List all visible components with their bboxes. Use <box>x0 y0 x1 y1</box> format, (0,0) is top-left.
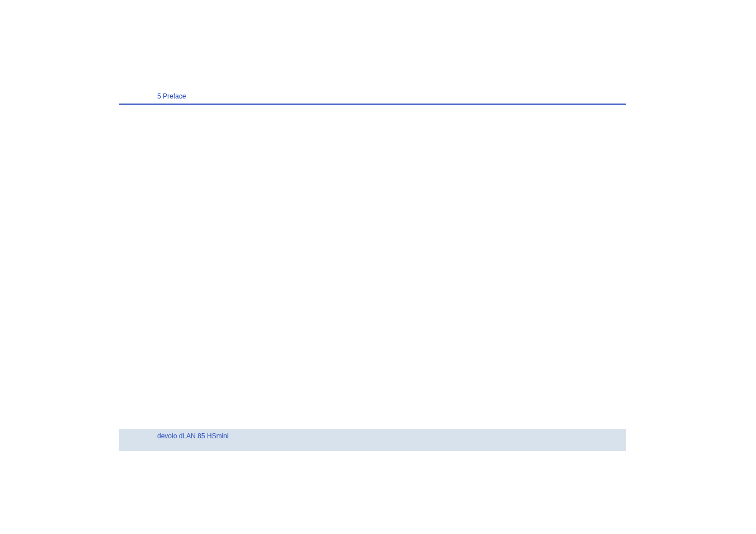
header-divider <box>119 104 626 105</box>
page-footer: devolo dLAN 85 HSmini <box>119 429 626 451</box>
page-header: 5 Preface <box>119 92 626 105</box>
section-title: Preface <box>163 92 186 100</box>
header-label: 5 Preface <box>119 92 626 104</box>
page-number: 5 <box>157 92 161 100</box>
footer-product-name: devolo dLAN 85 HSmini <box>157 432 626 440</box>
